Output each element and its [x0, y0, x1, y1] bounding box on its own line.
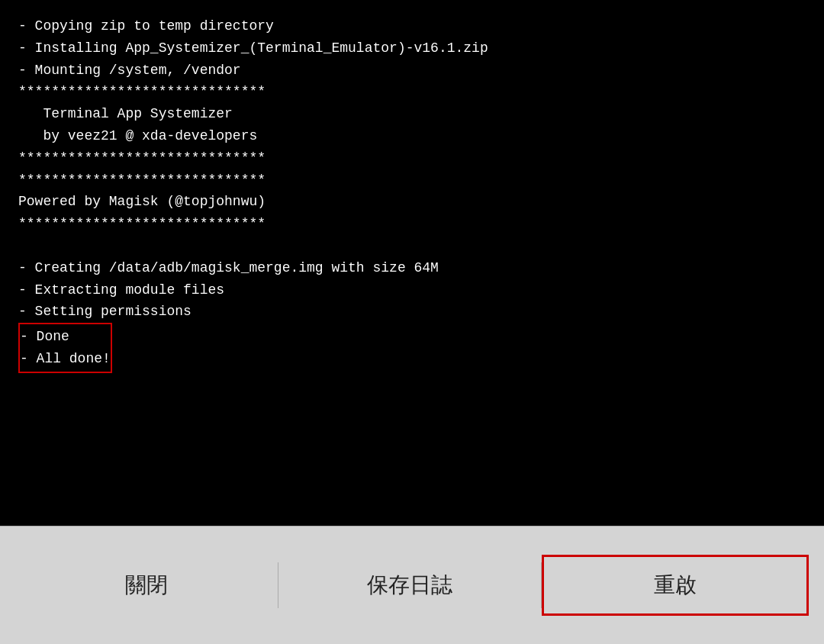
save-log-button[interactable]: 保存日誌	[278, 555, 541, 616]
terminal-output: - Copying zip to temp directory - Instal…	[0, 0, 824, 526]
close-button[interactable]: 關閉	[15, 555, 278, 616]
done-block: - Done - All done!	[18, 323, 112, 373]
button-bar: 關閉 保存日誌 重啟	[0, 526, 824, 644]
reboot-button[interactable]: 重啟	[542, 555, 809, 616]
